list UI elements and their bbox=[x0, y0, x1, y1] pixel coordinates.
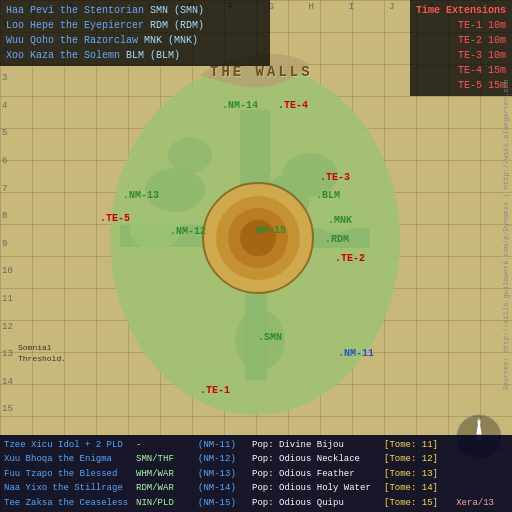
table-row: Xuu Bhoqa the Enigma SMN/THF (NM-12) Pop… bbox=[4, 452, 508, 466]
table-row: Tee Zaksa the Ceaseless NIN/PLD (NM-15) … bbox=[4, 496, 508, 510]
blm-label: .BLM bbox=[316, 190, 340, 201]
bottom-info-table: Tzee Xicu Idol + 2 PLD - (NM-11) Pop: Di… bbox=[0, 435, 512, 512]
te-5-map-label: .TE-5 bbox=[100, 213, 130, 224]
svg-text:N: N bbox=[477, 419, 481, 426]
table-row: Fuu Tzapo the Blessed WHM/WAR (NM-13) Po… bbox=[4, 467, 508, 481]
svg-point-12 bbox=[168, 137, 212, 173]
time-extensions-panel: Time Extensions TE-1 10m TE-2 10m TE-3 1… bbox=[410, 0, 512, 96]
player-4: Xoo Kaza the Solemn BLM (BLM) bbox=[6, 48, 264, 63]
info-panel: Haa Pevi the Stentorian SMN (SMN) Loo He… bbox=[0, 0, 270, 66]
te-2: TE-2 10m bbox=[416, 33, 506, 48]
rdm-label: .RDM bbox=[325, 234, 349, 245]
table-row: Tzee Xicu Idol + 2 PLD - (NM-11) Pop: Di… bbox=[4, 438, 508, 452]
te-4: TE-4 15m bbox=[416, 63, 506, 78]
te-2-map-label: .TE-2 bbox=[335, 253, 365, 264]
sources-text: Sources: http://xills.guildwork.com/p/Dy… bbox=[502, 80, 510, 391]
nm-11-label: .NM-11 bbox=[338, 348, 374, 359]
player-1: Haa Pevi the Stentorian SMN (SMN) bbox=[6, 3, 264, 18]
row-labels-col: 1 2 3 4 5 6 7 8 9 10 11 12 13 14 15 bbox=[2, 18, 13, 432]
te-4-map-label: .TE-4 bbox=[278, 100, 308, 111]
smn-label: .SMN bbox=[258, 332, 282, 343]
time-ext-title: Time Extensions bbox=[416, 3, 506, 18]
nm-12-label: .NM-12 bbox=[170, 226, 206, 237]
player-2: Loo Hepe the Eyepiercer RDM (RDM) bbox=[6, 18, 264, 33]
mnk-label: .MNK bbox=[328, 215, 352, 226]
nm-14-label: .NM-14 bbox=[222, 100, 258, 111]
te-1: TE-1 10m bbox=[416, 18, 506, 33]
te-3: TE-3 10m bbox=[416, 48, 506, 63]
te-3-map-label: .TE-3 bbox=[320, 172, 350, 183]
somnial-threshold-label: SomnialThreshold. bbox=[18, 343, 66, 364]
table-row: Naa Yixo the Stillrage RDM/WAR (NM-14) P… bbox=[4, 481, 508, 495]
map-container: THE WALLS bbox=[0, 0, 512, 512]
te-5: TE-5 15m bbox=[416, 78, 506, 93]
nm-15-label: .NM-15 bbox=[250, 225, 286, 236]
map-title: THE WALLS bbox=[210, 64, 313, 80]
nm-13-label: .NM-13 bbox=[123, 190, 159, 201]
te-1-map-label: .TE-1 bbox=[200, 385, 230, 396]
player-3: Wuu Qoho the Razorclaw MNK (MNK) bbox=[6, 33, 264, 48]
